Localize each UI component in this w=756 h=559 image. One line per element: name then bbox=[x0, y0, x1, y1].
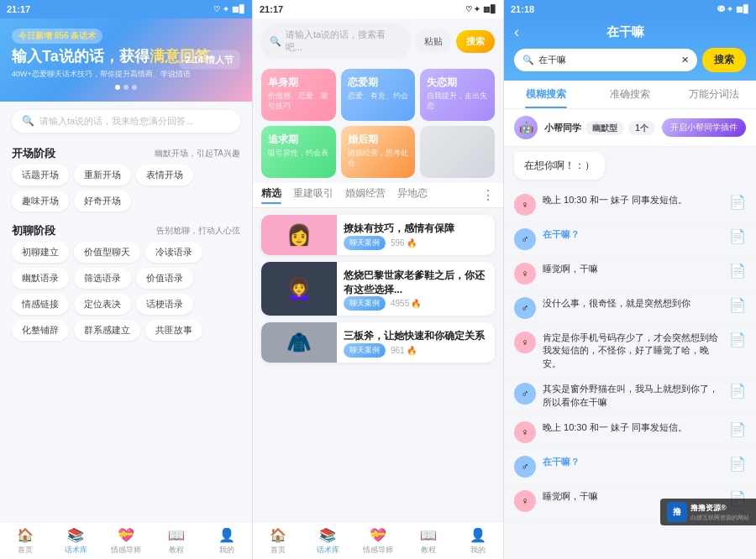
tag-qinggan[interactable]: 情感链接 bbox=[12, 294, 69, 315]
convo-action-6[interactable]: 📄 bbox=[729, 421, 746, 437]
nav-mentor-2[interactable]: 💝 情感导师 bbox=[353, 522, 403, 559]
tag-huazheng[interactable]: 化整铺辞 bbox=[12, 320, 69, 341]
tag-jiazhi2[interactable]: 价值语录 bbox=[136, 268, 193, 289]
nav-profile-1[interactable]: 👤 我的 bbox=[202, 522, 252, 559]
convo-item-3[interactable]: ♂ 没什么事，很奇怪，就是突然想到你 📄 bbox=[504, 291, 756, 326]
convo-item-4[interactable]: ♀ 肯定是你手机号码存少了，才会突然想到给我发短信的，不怪你，好了睡觉了哈，晚安… bbox=[504, 326, 756, 377]
search-input-3[interactable]: 🔍 在干嘛 ✕ bbox=[514, 49, 697, 71]
tag-quwei[interactable]: 趣味开场 bbox=[12, 191, 69, 212]
section1-title: 开场阶段 bbox=[12, 146, 55, 161]
content-title-0: 撩妹有技巧，感情有保障 bbox=[344, 222, 488, 236]
search-button-3[interactable]: 搜索 bbox=[702, 48, 746, 72]
mentor-icon: 💝 bbox=[118, 527, 134, 543]
convo-avatar-1: ♂ bbox=[514, 228, 536, 250]
tag-youmo[interactable]: 幽默语录 bbox=[12, 268, 69, 289]
tab-marriage[interactable]: 婚姻经营 bbox=[345, 186, 386, 204]
view-count-2: 961 🔥 bbox=[391, 346, 417, 355]
paste-button[interactable]: 粘贴 bbox=[416, 30, 451, 53]
tag-haoqi[interactable]: 好奇开场 bbox=[74, 191, 131, 212]
convo-action-2[interactable]: 📄 bbox=[729, 263, 746, 279]
tag-biaoqing[interactable]: 表情开场 bbox=[136, 165, 193, 185]
convo-item-7[interactable]: ♂ 在干嘛？ 📄 bbox=[504, 450, 756, 484]
section2-tags: 初聊建立 价值型聊天 冷读语录 幽默语录 筛选语录 价值语录 情感链接 定位表决… bbox=[0, 242, 252, 347]
cat-married-title: 婚后期 bbox=[348, 133, 409, 147]
cat-love[interactable]: 恋爱期 恋爱、有意、约会 bbox=[341, 69, 416, 121]
convo-action-7[interactable]: 📄 bbox=[729, 456, 746, 472]
section2-label: 初聊阶段 告别尬聊，打动人心弦 bbox=[0, 218, 252, 242]
tab-long-distance[interactable]: 异地恋 bbox=[397, 186, 428, 204]
convo-item-6[interactable]: ♀ 晚上 10:30 和一 妹子 同事发短信。 📄 bbox=[504, 415, 756, 450]
watermark: 撸 撸撸资源® 白嫖互联网资源的网站 bbox=[660, 499, 756, 525]
nav-home-1[interactable]: 🏠 首页 bbox=[0, 522, 50, 559]
back-button[interactable]: ‹ bbox=[514, 24, 519, 41]
search-bar-1[interactable]: 🔍 请输入ta说的话，我来给您满分回答... bbox=[12, 110, 240, 133]
nav-mentor-1[interactable]: 💝 情感导师 bbox=[101, 522, 151, 559]
course-icon: 📖 bbox=[168, 527, 185, 543]
convo-action-1[interactable]: 📄 bbox=[729, 228, 746, 244]
nav-course-1[interactable]: 📖 教程 bbox=[151, 522, 202, 559]
home-icon: 🏠 bbox=[17, 527, 34, 543]
plugin-button[interactable]: 开启小帮同学插件 bbox=[662, 118, 746, 137]
panel-middle: 21:17 ♡ ✦ ▦▊ 🔍 请输入ta说的话，搜索看吧... 粘贴 搜索 单身… bbox=[252, 0, 504, 559]
helper-avatar: 🤖 bbox=[514, 116, 538, 139]
tag-huati[interactable]: 话题开场 bbox=[12, 165, 69, 185]
content-card-0[interactable]: 👩 撩妹有技巧，感情有保障 聊天案例 596 🔥 bbox=[261, 215, 495, 255]
nav-library-2[interactable]: 📚 话术库 bbox=[303, 522, 354, 559]
hero-badge: 2.14 情人节 bbox=[179, 50, 240, 70]
clear-icon[interactable]: ✕ bbox=[681, 55, 689, 65]
library-icon-2: 📚 bbox=[319, 527, 336, 543]
nav-profile-2[interactable]: 👤 我的 bbox=[453, 522, 503, 559]
convo-action-0[interactable]: 📄 bbox=[729, 194, 746, 210]
mentor-icon-2: 💝 bbox=[370, 527, 386, 543]
tag-shaixuan[interactable]: 筛选语录 bbox=[74, 268, 131, 289]
convo-action-5[interactable]: 📄 bbox=[729, 383, 746, 399]
cat-married[interactable]: 婚后期 婚姻经营，思考处合 bbox=[341, 126, 416, 178]
nav-course-2[interactable]: 📖 教程 bbox=[403, 522, 454, 559]
thumb-emoji-2: 🧥 bbox=[261, 322, 337, 363]
convo-item-2[interactable]: ♀ 睡觉啊，干嘛 📄 bbox=[504, 257, 756, 291]
content-card-1[interactable]: 👩‍🦱 悠烧巴黎世家老爹鞋之后，你还有这些选择... 聊天案例 4955 🔥 bbox=[261, 262, 495, 316]
view-count-1: 4955 🔥 bbox=[391, 299, 421, 308]
helper-count-badge: 1个 bbox=[628, 121, 655, 135]
nav-profile-label-2: 我的 bbox=[470, 545, 486, 556]
content-card-2[interactable]: 🧥 三板斧，让她快速和你确定关系 聊天案例 961 🔥 bbox=[261, 322, 495, 363]
convo-item-1[interactable]: ♂ 在干嘛？ 📄 bbox=[504, 222, 756, 257]
convo-avatar-6: ♀ bbox=[514, 421, 536, 443]
convo-action-4[interactable]: 📄 bbox=[729, 332, 746, 347]
convo-item-5[interactable]: ♂ 其实是窗外野猫在叫，我马上就想到你了，所以看你在干嘛 📄 bbox=[504, 377, 756, 415]
search-button-2[interactable]: 搜索 bbox=[456, 30, 495, 53]
dot-3 bbox=[132, 85, 137, 90]
tab-fuzzy[interactable]: 模糊搜索 bbox=[504, 81, 588, 108]
tag-lendu[interactable]: 冷读语录 bbox=[145, 242, 202, 263]
tab-featured[interactable]: 精选 bbox=[261, 186, 281, 204]
tag-dingwei[interactable]: 定位表决 bbox=[74, 294, 131, 315]
tag-jiazhi[interactable]: 价值型聊天 bbox=[74, 242, 140, 263]
cat-pursue[interactable]: 追求期 吸引异性，约会表 bbox=[261, 126, 336, 178]
cat-extra[interactable] bbox=[420, 126, 495, 178]
convo-action-3[interactable]: 📄 bbox=[729, 297, 746, 313]
tab-fulltext[interactable]: 万能分词法 bbox=[672, 81, 756, 108]
cat-heartbreak[interactable]: 失恋期 自我提升，走出失恋 bbox=[420, 69, 495, 121]
tag-chujian[interactable]: 初聊建立 bbox=[12, 242, 69, 263]
tag-gongfei[interactable]: 共匪故事 bbox=[145, 320, 202, 341]
tab-exact[interactable]: 准确搜索 bbox=[588, 81, 672, 108]
status-icons-1: ♡ ✦ ▦▊ bbox=[213, 5, 245, 13]
nav-course-label-2: 教程 bbox=[421, 545, 436, 556]
nav-library-1[interactable]: 📚 话术库 bbox=[50, 522, 101, 559]
search-input-2[interactable]: 🔍 请输入ta说的话，搜索看吧... bbox=[261, 24, 411, 59]
cat-single[interactable]: 单身期 价值感、恋爱、吸引技巧 bbox=[261, 69, 336, 121]
hero-subtitle: 40W+恋爱聊天话术技巧，帮你提升高情商、学说情语 bbox=[12, 69, 240, 80]
convo-text-0: 晚上 10:30 和一 妹子 同事发短信。 bbox=[543, 194, 722, 206]
signal-icon-3: ⓲ ✦ ▦▊ bbox=[717, 5, 749, 13]
tab-rebuild[interactable]: 重建吸引 bbox=[293, 186, 333, 204]
nav-library-label-2: 话术库 bbox=[317, 545, 339, 556]
course-icon-2: 📖 bbox=[420, 527, 437, 543]
cat-single-title: 单身期 bbox=[268, 76, 329, 90]
tag-qunxi[interactable]: 群系感建立 bbox=[74, 320, 140, 341]
content-bottom-1: 聊天案例 4955 🔥 bbox=[344, 296, 488, 311]
tag-chongxin[interactable]: 重新开场 bbox=[74, 165, 131, 185]
tag-huageng[interactable]: 话梗语录 bbox=[136, 294, 193, 315]
convo-item-0[interactable]: ♀ 晚上 10:30 和一 妹子 同事发短信。 📄 bbox=[504, 188, 756, 222]
nav-home-2[interactable]: 🏠 首页 bbox=[253, 522, 303, 559]
tabs-more-icon[interactable]: ⋮ bbox=[481, 187, 495, 203]
